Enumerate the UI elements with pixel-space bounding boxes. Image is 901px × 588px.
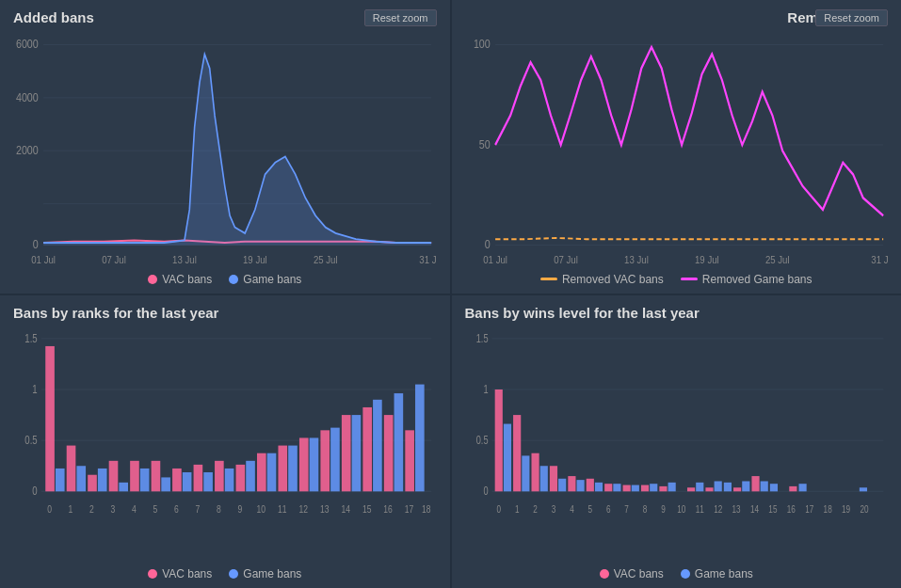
svg-text:4000: 4000 [16,90,39,103]
svg-rect-63 [330,427,340,491]
svg-rect-107 [568,476,575,491]
svg-rect-66 [362,406,372,490]
svg-text:31 Jul: 31 Jul [419,255,436,266]
svg-text:0.5: 0.5 [475,433,488,446]
svg-text:16: 16 [383,503,393,515]
svg-rect-56 [257,453,266,491]
svg-rect-53 [225,468,234,490]
bans-by-wins-legend: VAC bans Game bans [465,567,889,580]
svg-rect-109 [586,478,593,491]
ranks-vac-dot [148,569,157,579]
svg-text:07 Jul: 07 Jul [102,255,126,266]
removed-bans-legend: Removed VAC bans Removed Game bans [465,273,889,286]
svg-rect-125 [742,481,749,491]
svg-text:3: 3 [551,503,555,515]
svg-rect-43 [119,482,128,490]
svg-rect-58 [278,445,287,491]
removed-bans-chart: 100 50 0 01 Jul 07 Jul 13 Jul 19 Jul 25 … [465,33,889,269]
svg-marker-15 [43,55,431,246]
svg-rect-106 [558,478,566,491]
svg-rect-64 [342,415,351,491]
ranks-game-label: Game bans [243,567,301,580]
svg-rect-41 [98,468,107,490]
legend-game-bans: Game bans [229,273,301,286]
svg-rect-102 [522,455,529,491]
svg-text:13 Jul: 13 Jul [172,255,197,266]
svg-rect-105 [549,466,556,491]
svg-text:5: 5 [587,503,592,515]
legend-ranks-vac: VAC bans [148,567,212,580]
removed-vac-dot [540,278,557,280]
svg-rect-123 [723,482,731,490]
legend-ranks-game: Game bans [229,567,301,580]
svg-rect-108 [576,480,584,491]
svg-rect-122 [714,481,721,491]
svg-text:07 Jul: 07 Jul [554,255,578,266]
legend-wins-vac: VAC bans [600,567,664,580]
removed-vac-label: Removed VAC bans [562,273,664,286]
svg-rect-38 [67,445,76,491]
svg-text:0: 0 [483,485,488,498]
svg-rect-49 [183,472,192,491]
vac-bans-dot [148,275,157,284]
svg-text:11: 11 [695,503,703,515]
svg-text:7: 7 [624,503,629,515]
added-bans-svg: 6000 4000 2000 0 01 Jul 07 Jul 13 Jul 19… [13,33,437,269]
svg-rect-101 [513,415,521,491]
svg-rect-45 [140,468,150,490]
svg-text:100: 100 [473,37,490,50]
svg-text:18: 18 [422,503,431,515]
svg-text:0: 0 [47,503,52,515]
wins-game-label: Game bans [695,567,753,580]
svg-rect-40 [88,474,97,491]
svg-text:3: 3 [111,503,116,515]
svg-rect-115 [640,485,648,491]
svg-text:1: 1 [483,382,488,395]
svg-text:01 Jul: 01 Jul [31,255,56,266]
svg-text:13: 13 [732,503,740,515]
svg-text:8: 8 [217,503,221,515]
svg-text:19: 19 [842,503,850,515]
svg-text:14: 14 [749,503,759,515]
svg-text:4: 4 [132,503,137,515]
svg-text:18: 18 [823,503,831,515]
svg-rect-44 [130,460,139,490]
svg-text:4: 4 [570,503,574,515]
bans-by-wins-title: Bans by wins level for the last year [465,305,889,321]
bans-by-ranks-panel: Bans by ranks for the last year 1.5 1 0.… [0,295,450,589]
svg-rect-120 [696,482,703,490]
vac-bans-label: VAC bans [162,273,212,286]
svg-text:6000: 6000 [16,37,39,50]
game-bans-dot [229,275,238,284]
bans-by-wins-svg: 1.5 1 0.5 0 [465,328,889,564]
svg-text:1.5: 1.5 [475,331,488,344]
removed-game-label: Removed Game bans [702,273,813,286]
svg-text:10: 10 [677,503,685,515]
svg-rect-68 [384,415,394,491]
svg-text:31 Jul: 31 Jul [871,255,888,266]
svg-text:2000: 2000 [16,143,39,156]
legend-removed-game: Removed Game bans [681,273,813,286]
wins-game-dot [681,569,690,579]
svg-rect-52 [215,460,224,490]
svg-rect-51 [203,472,213,491]
svg-rect-117 [659,485,667,490]
svg-text:11: 11 [278,503,287,515]
svg-rect-59 [288,445,298,491]
reset-zoom-added[interactable]: Reset zoom [364,9,437,26]
svg-rect-69 [394,393,404,491]
svg-text:9: 9 [661,503,666,515]
svg-rect-110 [594,482,602,490]
svg-text:0: 0 [33,237,39,250]
svg-text:14: 14 [341,503,350,515]
svg-rect-54 [236,464,246,490]
svg-rect-116 [650,484,657,491]
svg-text:19 Jul: 19 Jul [695,255,719,266]
svg-rect-130 [798,484,806,491]
bans-by-wins-chart: 1.5 1 0.5 0 [465,328,889,564]
legend-removed-vac: Removed VAC bans [540,273,664,286]
reset-zoom-removed[interactable]: Reset zoom [815,9,888,26]
svg-rect-128 [769,484,777,491]
removed-game-dot [681,278,698,280]
removed-bans-svg: 100 50 0 01 Jul 07 Jul 13 Jul 19 Jul 25 … [465,33,889,269]
